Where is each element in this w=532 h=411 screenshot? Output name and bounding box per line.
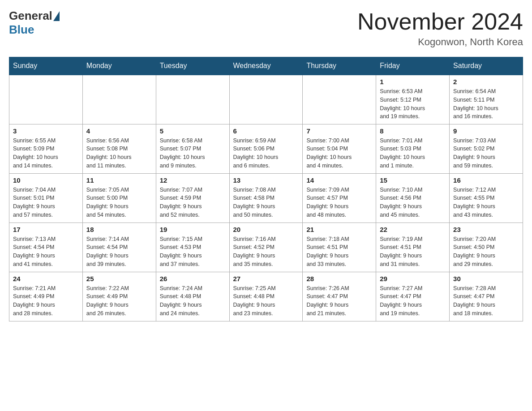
day-number: 30: [453, 275, 519, 283]
day-number: 8: [380, 127, 446, 135]
day-info: Sunrise: 6:59 AMSunset: 5:06 PMDaylight:…: [233, 137, 299, 170]
day-info: Sunrise: 7:19 AMSunset: 4:51 PMDaylight:…: [380, 235, 446, 269]
day-info: Sunrise: 7:08 AMSunset: 4:58 PMDaylight:…: [233, 186, 299, 219]
day-number: 27: [233, 275, 299, 283]
calendar-cell: 5Sunrise: 6:58 AMSunset: 5:07 PMDaylight…: [156, 124, 229, 173]
weekday-header-friday: Friday: [376, 57, 450, 75]
calendar-cell: 21Sunrise: 7:18 AMSunset: 4:51 PMDayligh…: [303, 223, 376, 272]
day-number: 12: [160, 176, 226, 184]
day-info: Sunrise: 6:53 AMSunset: 5:12 PMDaylight:…: [380, 87, 446, 121]
calendar-cell: 4Sunrise: 6:56 AMSunset: 5:08 PMDaylight…: [82, 124, 156, 173]
calendar-cell: 8Sunrise: 7:01 AMSunset: 5:03 PMDaylight…: [376, 124, 450, 173]
calendar-title: November 2024 Kogonwon, North Korea: [357, 9, 523, 48]
day-info: Sunrise: 6:56 AMSunset: 5:08 PMDaylight:…: [86, 137, 152, 170]
calendar-table: SundayMondayTuesdayWednesdayThursdayFrid…: [9, 57, 523, 321]
calendar-cell: 12Sunrise: 7:07 AMSunset: 4:59 PMDayligh…: [156, 173, 229, 223]
calendar-cell: 26Sunrise: 7:24 AMSunset: 4:48 PMDayligh…: [156, 272, 229, 321]
week-row-5: 24Sunrise: 7:21 AMSunset: 4:49 PMDayligh…: [9, 272, 523, 321]
day-number: 1: [380, 78, 446, 86]
logo: General Blue: [9, 9, 60, 37]
day-info: Sunrise: 7:04 AMSunset: 5:01 PMDaylight:…: [13, 186, 79, 219]
weekday-header-sunday: Sunday: [9, 57, 83, 75]
day-number: 4: [86, 127, 152, 135]
day-number: 17: [13, 226, 79, 233]
calendar-cell: 15Sunrise: 7:10 AMSunset: 4:56 PMDayligh…: [376, 173, 450, 223]
calendar-cell: [303, 75, 376, 124]
day-info: Sunrise: 6:58 AMSunset: 5:07 PMDaylight:…: [160, 137, 226, 170]
day-info: Sunrise: 7:27 AMSunset: 4:47 PMDaylight:…: [380, 284, 446, 318]
calendar-cell: [82, 75, 156, 124]
day-number: 23: [453, 226, 519, 233]
day-info: Sunrise: 6:54 AMSunset: 5:11 PMDaylight:…: [453, 87, 519, 121]
calendar-cell: 20Sunrise: 7:16 AMSunset: 4:52 PMDayligh…: [229, 223, 303, 272]
week-row-3: 10Sunrise: 7:04 AMSunset: 5:01 PMDayligh…: [9, 173, 523, 223]
logo-triangle-icon: [53, 11, 60, 21]
calendar-cell: [229, 75, 303, 124]
day-info: Sunrise: 7:28 AMSunset: 4:47 PMDaylight:…: [453, 284, 519, 318]
day-number: 11: [86, 176, 152, 184]
day-number: 9: [453, 127, 519, 135]
day-info: Sunrise: 7:25 AMSunset: 4:48 PMDaylight:…: [233, 284, 299, 318]
calendar-cell: [9, 75, 83, 124]
day-info: Sunrise: 7:00 AMSunset: 5:04 PMDaylight:…: [306, 137, 372, 170]
calendar-cell: 6Sunrise: 6:59 AMSunset: 5:06 PMDaylight…: [229, 124, 303, 173]
day-info: Sunrise: 7:13 AMSunset: 4:54 PMDaylight:…: [13, 235, 79, 269]
day-number: 25: [86, 275, 152, 283]
calendar-cell: 9Sunrise: 7:03 AMSunset: 5:02 PMDaylight…: [450, 124, 523, 173]
day-number: 16: [453, 176, 519, 184]
location-label: Kogonwon, North Korea: [357, 36, 523, 48]
day-number: 7: [306, 127, 372, 135]
day-info: Sunrise: 7:15 AMSunset: 4:53 PMDaylight:…: [160, 235, 226, 269]
day-info: Sunrise: 7:21 AMSunset: 4:49 PMDaylight:…: [13, 284, 79, 318]
calendar-cell: 17Sunrise: 7:13 AMSunset: 4:54 PMDayligh…: [9, 223, 83, 272]
day-number: 22: [380, 226, 446, 233]
weekday-header-wednesday: Wednesday: [229, 57, 303, 75]
day-info: Sunrise: 7:07 AMSunset: 4:59 PMDaylight:…: [160, 186, 226, 219]
logo-general-text: General: [9, 9, 52, 23]
day-info: Sunrise: 7:09 AMSunset: 4:57 PMDaylight:…: [306, 186, 372, 219]
weekday-header-monday: Monday: [82, 57, 156, 75]
day-number: 15: [380, 176, 446, 184]
calendar-cell: 2Sunrise: 6:54 AMSunset: 5:11 PMDaylight…: [450, 75, 523, 124]
calendar-cell: 18Sunrise: 7:14 AMSunset: 4:54 PMDayligh…: [82, 223, 156, 272]
week-row-4: 17Sunrise: 7:13 AMSunset: 4:54 PMDayligh…: [9, 223, 523, 272]
calendar-cell: 19Sunrise: 7:15 AMSunset: 4:53 PMDayligh…: [156, 223, 229, 272]
day-number: 18: [86, 226, 152, 233]
day-number: 10: [13, 176, 79, 184]
calendar-cell: 28Sunrise: 7:26 AMSunset: 4:47 PMDayligh…: [303, 272, 376, 321]
calendar-cell: 3Sunrise: 6:55 AMSunset: 5:09 PMDaylight…: [9, 124, 83, 173]
day-info: Sunrise: 7:14 AMSunset: 4:54 PMDaylight:…: [86, 235, 152, 269]
day-info: Sunrise: 6:55 AMSunset: 5:09 PMDaylight:…: [13, 137, 79, 170]
day-number: 24: [13, 275, 79, 283]
day-number: 21: [306, 226, 372, 233]
day-number: 26: [160, 275, 226, 283]
calendar-cell: 22Sunrise: 7:19 AMSunset: 4:51 PMDayligh…: [376, 223, 450, 272]
calendar-cell: 25Sunrise: 7:22 AMSunset: 4:49 PMDayligh…: [82, 272, 156, 321]
calendar-cell: 7Sunrise: 7:00 AMSunset: 5:04 PMDaylight…: [303, 124, 376, 173]
weekday-header-row: SundayMondayTuesdayWednesdayThursdayFrid…: [9, 57, 523, 75]
day-info: Sunrise: 7:24 AMSunset: 4:48 PMDaylight:…: [160, 284, 226, 318]
day-number: 5: [160, 127, 226, 135]
day-info: Sunrise: 7:20 AMSunset: 4:50 PMDaylight:…: [453, 235, 519, 269]
day-info: Sunrise: 7:10 AMSunset: 4:56 PMDaylight:…: [380, 186, 446, 219]
day-info: Sunrise: 7:12 AMSunset: 4:55 PMDaylight:…: [453, 186, 519, 219]
day-info: Sunrise: 7:16 AMSunset: 4:52 PMDaylight:…: [233, 235, 299, 269]
day-info: Sunrise: 7:26 AMSunset: 4:47 PMDaylight:…: [306, 284, 372, 318]
weekday-header-saturday: Saturday: [450, 57, 523, 75]
day-number: 14: [306, 176, 372, 184]
weekday-header-tuesday: Tuesday: [156, 57, 229, 75]
day-number: 3: [13, 127, 79, 135]
day-info: Sunrise: 7:05 AMSunset: 5:00 PMDaylight:…: [86, 186, 152, 219]
month-year-label: November 2024: [357, 9, 523, 34]
week-row-1: 1Sunrise: 6:53 AMSunset: 5:12 PMDaylight…: [9, 75, 523, 124]
calendar-cell: 24Sunrise: 7:21 AMSunset: 4:49 PMDayligh…: [9, 272, 83, 321]
calendar-cell: 27Sunrise: 7:25 AMSunset: 4:48 PMDayligh…: [229, 272, 303, 321]
calendar-cell: 29Sunrise: 7:27 AMSunset: 4:47 PMDayligh…: [376, 272, 450, 321]
day-number: 13: [233, 176, 299, 184]
calendar-cell: 11Sunrise: 7:05 AMSunset: 5:00 PMDayligh…: [82, 173, 156, 223]
calendar-cell: 13Sunrise: 7:08 AMSunset: 4:58 PMDayligh…: [229, 173, 303, 223]
day-info: Sunrise: 7:22 AMSunset: 4:49 PMDaylight:…: [86, 284, 152, 318]
day-info: Sunrise: 7:01 AMSunset: 5:03 PMDaylight:…: [380, 137, 446, 170]
calendar-cell: 1Sunrise: 6:53 AMSunset: 5:12 PMDaylight…: [376, 75, 450, 124]
calendar-cell: [156, 75, 229, 124]
